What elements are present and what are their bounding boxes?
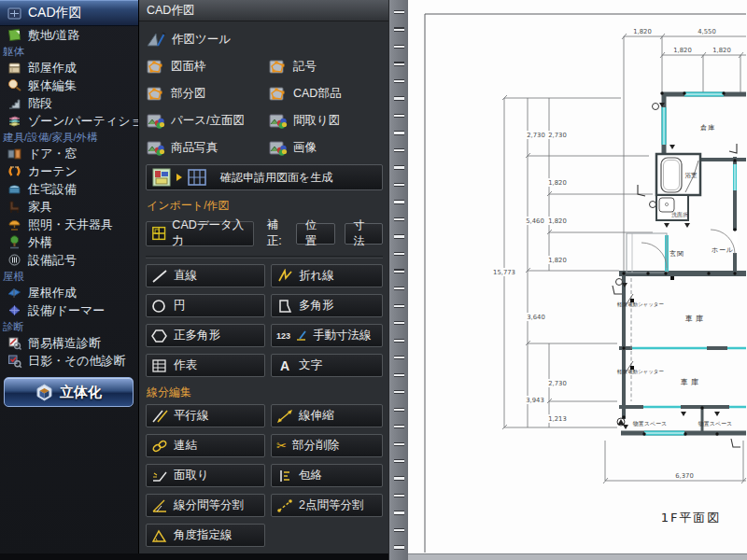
edit-join-label: 連結 <box>174 438 197 454</box>
parallel-lines-icon <box>151 409 168 424</box>
sidebar-item-label: ドア・窓 <box>28 146 78 162</box>
sidebar-item-room-create[interactable]: 部屋作成 <box>0 59 138 77</box>
gallery-frame[interactable]: 図面枠 <box>146 56 266 77</box>
tool-circle-label: 円 <box>174 298 186 314</box>
tool-regular-polygon-button[interactable]: 正多角形 <box>146 324 265 347</box>
sidebar-item-stairs[interactable]: 階段 <box>0 94 138 112</box>
sidebar-item-label: 日影・その他診断 <box>28 353 126 370</box>
dormer-icon <box>7 302 22 318</box>
room-label-entrance: 玄関 <box>669 250 684 258</box>
edit-angle-line-button[interactable]: 角度指定線 <box>146 524 265 547</box>
tool-polyline-label: 折れ線 <box>299 268 334 284</box>
drawing-grid-icon <box>188 169 206 186</box>
edit-envelope-button[interactable]: 包絡 <box>271 464 383 487</box>
plan-markers <box>613 91 740 447</box>
edit-divide-two-points-button[interactable]: 2点間等分割 <box>271 494 383 517</box>
regular-polygon-icon <box>151 329 168 343</box>
sidebar-item-label: 照明・天井器具 <box>28 217 113 233</box>
line-icon <box>151 269 168 284</box>
sidebar-section-body: 躯体 <box>0 44 138 59</box>
tool-polyline-button[interactable]: 折れ線 <box>271 264 383 287</box>
cad-parts-icon <box>268 85 289 103</box>
dim-left-i3: 1,820 <box>548 217 566 225</box>
envelope-lines-icon <box>276 469 293 483</box>
sidebar-item-equipment-symbol[interactable]: 設備記号 <box>0 251 138 269</box>
gallery-cad-parts[interactable]: CAD部品 <box>268 83 383 105</box>
edit-divide-between-lines-button[interactable]: 線分間等分割 <box>146 494 265 517</box>
gallery-floorplan[interactable]: 間取り図 <box>268 110 383 132</box>
sidebar-item-label: CAD作図 <box>28 5 82 21</box>
edit-envelope-label: 包絡 <box>299 468 322 483</box>
sidebar-item-roof-create[interactable]: 屋根作成 <box>0 284 138 301</box>
edit-parallel-button[interactable]: 平行線 <box>146 404 265 427</box>
dim-left-m4: 3,943 <box>526 397 543 404</box>
sidebar-item-furniture[interactable]: 家具 <box>0 198 138 216</box>
room-label-washroom: 洗面所 <box>671 211 688 218</box>
cad-application-window: { "sidebar": { "items": [ {"label": "CAD… <box>0 0 747 560</box>
gallery-perspective[interactable]: パース/立面図 <box>146 110 266 132</box>
draw-tools-item[interactable]: 作図ツール <box>146 27 383 51</box>
equipment-symbol-icon <box>7 252 22 268</box>
gallery-symbol[interactable]: 記号 <box>268 56 383 77</box>
sidebar-item-zone-partition[interactable]: ゾーン/パーティション <box>0 112 138 130</box>
room-label-storage: 倉庫 <box>700 124 715 132</box>
make-3d-button[interactable]: 立体化 <box>4 377 134 407</box>
tool-manual-dimension-button[interactable]: 123 手動寸法線 <box>271 324 383 347</box>
dim-left-m3: 3,640 <box>527 314 544 321</box>
generate-application-drawing-button[interactable]: 確認申請用図面を生成 <box>146 164 383 190</box>
divider <box>146 256 383 259</box>
sidebar-item-label: 設備/ドーマー <box>28 302 105 319</box>
edit-divide-two-points-label: 2点間等分割 <box>299 497 363 513</box>
tool-manual-dimension-label: 手動寸法線 <box>313 328 372 343</box>
edit-extend-label: 線伸縮 <box>299 408 334 424</box>
sidebar-item-label: 住宅設備 <box>28 181 77 198</box>
sidebar-item-lighting[interactable]: 照明・天井器具 <box>0 216 138 233</box>
edit-extend-button[interactable]: 線伸縮 <box>271 404 383 427</box>
gallery-partial[interactable]: 部分図 <box>146 83 266 105</box>
furniture-icon <box>7 199 22 215</box>
ruler-ticks <box>394 4 404 556</box>
sidebar-item-curtain[interactable]: カーテン <box>0 162 138 180</box>
picture-icon <box>268 112 289 130</box>
sidebar-item-body-edit[interactable]: 躯体編集 <box>0 77 138 94</box>
sidebar-item-label: 屋根作成 <box>28 285 77 301</box>
sidebar-item-door-window[interactable]: ドア・窓 <box>0 145 138 162</box>
edit-angle-line-label: 角度指定線 <box>174 527 233 543</box>
sidebar-item-site-road[interactable]: 敷地/道路 <box>0 26 138 44</box>
panel-title: CAD作図 <box>139 0 388 21</box>
edit-chamfer-button[interactable]: 面取り <box>146 464 265 487</box>
correction-dimension-label: 寸法 <box>354 217 374 249</box>
sidebar-item-dormer[interactable]: 設備/ドーマー <box>0 301 138 319</box>
generate-application-drawing-label: 確認申請用図面を生成 <box>220 170 332 186</box>
room-label-garage1: 車庫 <box>684 315 706 323</box>
gallery-product-photo[interactable]: 商品写真 <box>146 137 266 159</box>
correction-dimension-button[interactable]: 寸法 <box>345 223 383 245</box>
gallery-cad-parts-label: CAD部品 <box>293 86 341 102</box>
dim-left-i4: 1,820 <box>548 257 566 264</box>
tool-table-button[interactable]: 作表 <box>146 354 265 377</box>
tool-polygon-button[interactable]: 多角形 <box>271 294 383 317</box>
cad-data-input-button[interactable]: CADデータ入力 <box>146 221 254 246</box>
import-draw-header: インポート/作図 <box>147 198 383 214</box>
tool-polygon-label: 多角形 <box>299 298 334 314</box>
sidebar-item-housing-equipment[interactable]: 住宅設備 <box>0 180 138 198</box>
correction-position-button[interactable]: 位置 <box>296 223 334 245</box>
tool-line-button[interactable]: 直線 <box>146 264 265 287</box>
gallery-image[interactable]: 画像 <box>268 137 383 159</box>
exterior-tree-icon <box>7 234 22 250</box>
sink <box>659 198 674 212</box>
tool-circle-button[interactable]: 円 <box>146 294 265 317</box>
sidebar: CAD作図 敷地/道路 躯体 部屋作成 躯体編集 階段 ゾーン/パーティション … <box>0 0 138 560</box>
divide-lines-icon <box>151 498 168 513</box>
edit-join-button[interactable]: 連結 <box>146 434 265 457</box>
tool-text-button[interactable]: A 文字 <box>271 354 383 377</box>
dim-left-i5: 2,730 <box>548 380 566 387</box>
canvas-bottom-strip <box>408 553 747 560</box>
gallery-perspective-label: パース/立面図 <box>171 113 245 129</box>
sidebar-item-shadow-diagnosis[interactable]: 日影・その他診断 <box>0 352 138 370</box>
sidebar-item-cad-draw[interactable]: CAD作図 <box>0 0 138 26</box>
sidebar-item-structure-diagnosis[interactable]: 簡易構造診断 <box>0 334 138 352</box>
sidebar-item-exterior[interactable]: 外構 <box>0 233 138 251</box>
drawing-canvas[interactable]: 1,820 4,550 1,820 1,820 15,773 2,730 2,7… <box>408 0 747 560</box>
edit-partial-delete-button[interactable]: ✂ 部分削除 <box>271 434 383 457</box>
